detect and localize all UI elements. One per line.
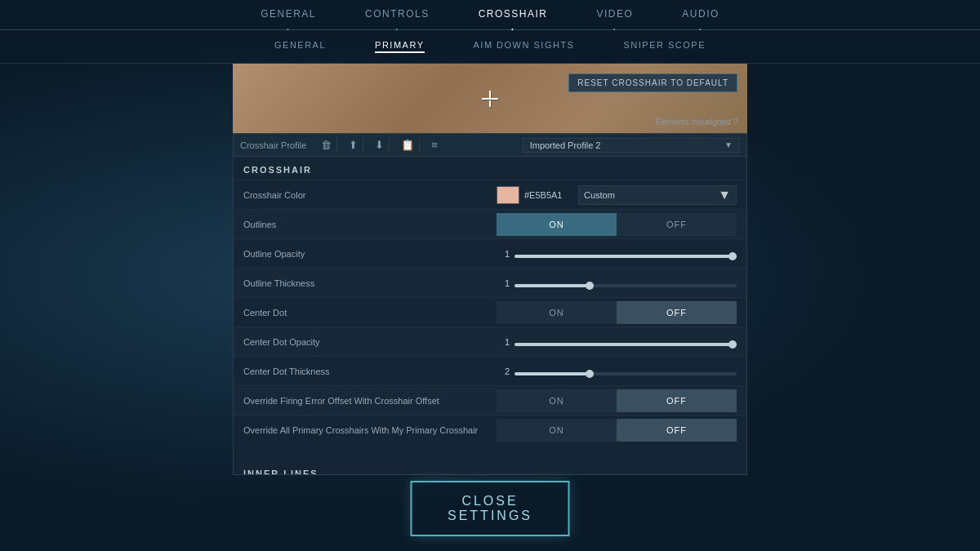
override-all-primary-control: On Off	[497, 419, 737, 442]
crosshair-horizontal	[482, 98, 498, 100]
outline-thickness-slider-wrapper	[514, 276, 737, 291]
outline-thickness-slider[interactable]	[514, 284, 737, 287]
outline-opacity-row: Outline Opacity 1	[234, 238, 746, 268]
color-mode-select-wrapper: Custom White Green Red Yellow ▼	[578, 185, 737, 205]
top-nav: GENERAL CONTROLS CROSSHAIR VIDEO AUDIO	[0, 0, 980, 30]
top-nav-general[interactable]: GENERAL	[261, 8, 316, 24]
outline-opacity-slider-wrapper	[514, 247, 737, 261]
top-nav-controls[interactable]: CONTROLS	[365, 8, 430, 24]
override-all-primary-label: Override All Primary Crosshairs With My …	[243, 425, 497, 435]
override-firing-error-label: Override Firing Error Offset With Crossh…	[243, 396, 497, 406]
center-dot-thickness-slider-wrapper	[514, 364, 737, 379]
center-dot-opacity-slider-wrapper	[514, 335, 737, 349]
override-firing-error-control: On Off	[497, 389, 737, 412]
profile-dropdown-arrow-icon: ▼	[724, 140, 733, 149]
sub-nav-primary[interactable]: PRIMARY	[375, 40, 424, 53]
center-dot-label: Center Dot	[243, 308, 497, 318]
outlines-on-button[interactable]: On	[497, 213, 617, 236]
close-settings-container: CLOSE SETTINGS	[411, 481, 570, 536]
center-dot-thickness-control: 2	[497, 364, 737, 379]
center-dot-control: On Off	[497, 301, 737, 324]
center-dot-opacity-control: 1	[497, 335, 737, 349]
outline-thickness-row: Outline Thickness 1	[234, 268, 746, 297]
outlines-row: Outlines On Off	[234, 209, 746, 238]
color-mode-arrow-icon: ▼	[718, 188, 731, 202]
color-mode-select[interactable]: Custom White Green Red Yellow	[584, 190, 718, 200]
center-dot-thickness-value: 2	[497, 367, 510, 376]
top-nav-crosshair[interactable]: CROSSHAIR	[479, 8, 548, 24]
center-dot-thickness-label: Center Dot Thickness	[243, 367, 497, 376]
elements-misaligned-link[interactable]: Elements misaligned	[655, 118, 737, 127]
profile-icons: 🗑 ⬆ ⬇ 📋 ≡	[316, 137, 519, 153]
crosshair-preview-area: RESET CROSSHAIR TO DEFAULT Elements misa…	[233, 64, 747, 133]
sub-nav-general[interactable]: GENERAL	[274, 40, 326, 53]
sub-nav-sniper-scope[interactable]: SNIPER SCOPE	[623, 40, 706, 53]
crosshair-color-control: #E5B5A1 Custom White Green Red Yellow ▼	[497, 185, 737, 205]
outlines-off-button[interactable]: Off	[617, 213, 737, 236]
profile-select-wrapper: Imported Profile 1 Imported Profile 2 Im…	[523, 138, 740, 153]
settings-panel: CROSSHAIR Crosshair Color #E5B5A1 Custom…	[233, 157, 747, 475]
outline-opacity-value: 1	[497, 249, 510, 259]
outlines-label: Outlines	[243, 220, 497, 229]
crosshair-visual	[482, 91, 498, 107]
center-dot-opacity-slider[interactable]	[514, 343, 737, 346]
profile-delete-button[interactable]: 🗑	[316, 137, 337, 153]
profile-settings-button[interactable]: ≡	[426, 137, 443, 153]
sub-nav: GENERAL PRIMARY AIM DOWN SIGHTS SNIPER S…	[0, 30, 980, 64]
override-firing-error-row: Override Firing Error Offset With Crossh…	[234, 385, 746, 415]
sub-nav-aim-down-sights[interactable]: AIM DOWN SIGHTS	[474, 40, 575, 53]
outline-thickness-value: 1	[497, 278, 510, 288]
profile-download-button[interactable]: ⬇	[370, 137, 390, 153]
profile-select[interactable]: Imported Profile 1 Imported Profile 2 Im…	[530, 140, 724, 150]
override-all-primary-row: Override All Primary Crosshairs With My …	[234, 415, 746, 444]
outlines-toggle-group: On Off	[497, 213, 737, 236]
center-dot-thickness-slider[interactable]	[514, 372, 737, 375]
crosshair-color-row: Crosshair Color #E5B5A1 Custom White Gre…	[234, 180, 746, 209]
top-nav-audio[interactable]: AUDIO	[682, 8, 719, 24]
override-all-primary-toggle-group: On Off	[497, 419, 737, 442]
center-dot-toggle-group: On Off	[497, 301, 737, 324]
center-dot-row: Center Dot On Off	[234, 297, 746, 327]
outline-opacity-control: 1	[497, 247, 737, 261]
close-settings-button[interactable]: CLOSE SETTINGS	[411, 481, 570, 536]
override-firing-off-button[interactable]: Off	[617, 389, 737, 412]
crosshair-color-label: Crosshair Color	[243, 190, 497, 200]
outline-opacity-slider[interactable]	[514, 255, 737, 258]
inner-lines-section-header: INNER LINES	[234, 460, 746, 475]
override-firing-on-button[interactable]: On	[497, 389, 617, 412]
profile-upload-button[interactable]: ⬆	[344, 137, 363, 153]
center-dot-thickness-row: Center Dot Thickness 2	[234, 356, 746, 385]
outlines-control: On Off	[497, 213, 737, 236]
override-all-off-button[interactable]: Off	[617, 419, 737, 442]
center-dot-opacity-label: Center Dot Opacity	[243, 337, 497, 347]
outline-thickness-label: Outline Thickness	[243, 278, 497, 288]
center-dot-on-button[interactable]: On	[497, 301, 617, 324]
profile-label: Crosshair Profile	[240, 140, 313, 150]
color-hex-value: #E5B5A1	[524, 190, 573, 200]
outline-thickness-control: 1	[497, 276, 737, 291]
override-all-on-button[interactable]: On	[497, 419, 617, 442]
center-dot-off-button[interactable]: Off	[617, 301, 737, 324]
outline-opacity-label: Outline Opacity	[243, 249, 497, 259]
profile-copy-button[interactable]: 📋	[396, 137, 420, 153]
crosshair-section-header: CROSSHAIR	[234, 157, 746, 180]
profile-bar: Crosshair Profile 🗑 ⬆ ⬇ 📋 ≡ Imported Pro…	[233, 133, 747, 157]
top-nav-video[interactable]: VIDEO	[597, 8, 634, 24]
center-dot-opacity-row: Center Dot Opacity 1	[234, 327, 746, 356]
override-firing-error-toggle-group: On Off	[497, 389, 737, 412]
color-swatch[interactable]	[497, 186, 519, 204]
spacer	[234, 444, 746, 460]
reset-crosshair-button[interactable]: RESET CROSSHAIR TO DEFAULT	[568, 73, 737, 92]
center-dot-opacity-value: 1	[497, 337, 510, 347]
